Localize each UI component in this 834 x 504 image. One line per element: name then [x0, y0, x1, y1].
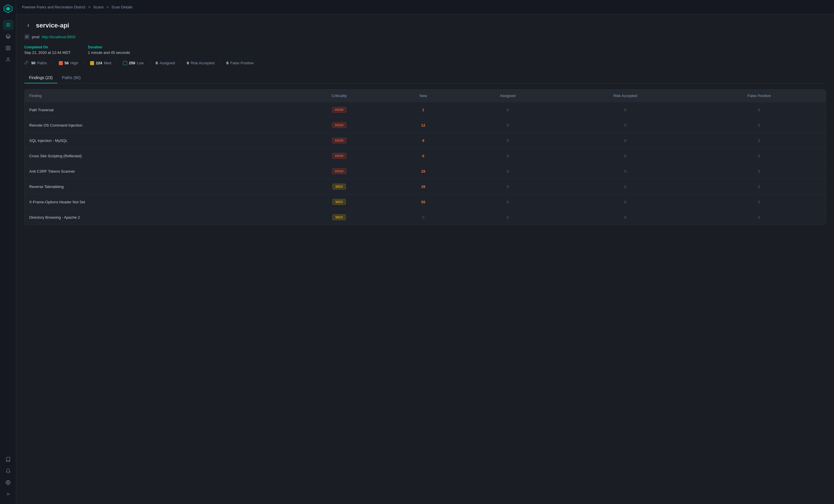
- finding-new: 28: [389, 163, 458, 179]
- risk-count: 0: [187, 61, 189, 65]
- med-count: 124: [96, 61, 102, 65]
- stat-sep-5: [181, 61, 181, 65]
- stat-sep-6: [220, 61, 221, 65]
- finding-criticality: HIGH: [289, 133, 389, 148]
- table-row[interactable]: Anti CSRF Tokens Scanner HIGH 28 0 0 0: [25, 163, 826, 179]
- finding-criticality: HIGH: [289, 102, 389, 117]
- back-button[interactable]: [24, 21, 32, 29]
- finding-fp: 0: [693, 148, 826, 163]
- table-header-row: Finding Criticality New Assigned Risk Ac…: [25, 89, 826, 102]
- finding-new: 12: [389, 117, 458, 133]
- breadcrumb-sep2: >: [107, 5, 109, 9]
- stat-high: 56 High: [59, 61, 78, 65]
- finding-risk: 0: [558, 194, 693, 210]
- env-label: prod: [32, 35, 39, 39]
- finding-new: 9: [389, 133, 458, 148]
- table-row[interactable]: Remote OS Command Injection HIGH 12 0 0 …: [25, 117, 826, 133]
- sidebar-item-users[interactable]: [3, 54, 13, 65]
- finding-new: 56: [389, 194, 458, 210]
- finding-criticality: HIGH: [289, 163, 389, 179]
- finding-fp: 0: [693, 133, 826, 148]
- table-body: Path Traversal HIGH 1 0 0 0 Remote OS Co…: [25, 102, 826, 225]
- finding-assigned: 0: [458, 117, 558, 133]
- tab-findings[interactable]: Findings (23): [24, 72, 57, 83]
- stat-med: 124 Med: [90, 61, 111, 65]
- sidebar-item-globe[interactable]: [3, 477, 13, 488]
- finding-fp: 0: [693, 179, 826, 194]
- meta-grid: Completed On Sep 21, 2020 at 12:44 MDT D…: [24, 45, 826, 55]
- stat-assigned: 0 Assigned: [156, 61, 175, 65]
- breadcrumb: Pawnee Parks and Recreation District > S…: [22, 5, 133, 9]
- risk-label: Risk Accepted: [191, 61, 214, 65]
- finding-name: Reverse Tabnabbing: [25, 179, 289, 194]
- col-new: New: [389, 89, 458, 102]
- low-label: Low: [137, 61, 144, 65]
- breadcrumb-detail: Scan Details: [111, 5, 133, 9]
- completed-value: Sep 21, 2020 at 12:44 MDT: [24, 50, 71, 55]
- finding-assigned: 0: [458, 163, 558, 179]
- breadcrumb-org: Pawnee Parks and Recreation District: [22, 5, 85, 9]
- finding-name: Anti CSRF Tokens Scanner: [25, 163, 289, 179]
- finding-risk: 0: [558, 102, 693, 117]
- table-row[interactable]: Cross Site Scripting (Reflected) HIGH 6 …: [25, 148, 826, 163]
- table-row[interactable]: X-Frame-Options Header Not Set MED 56 0 …: [25, 194, 826, 210]
- sidebar-item-notifications[interactable]: [3, 466, 13, 476]
- col-assigned: Assigned: [458, 89, 558, 102]
- stat-sep-4: [150, 61, 150, 65]
- meta-duration: Duration 1 minute and 45 seconds: [88, 45, 130, 55]
- finding-risk: 0: [558, 163, 693, 179]
- finding-risk: 0: [558, 133, 693, 148]
- finding-criticality: MED: [289, 194, 389, 210]
- paths-count: 90: [31, 61, 35, 65]
- finding-fp: 0: [693, 210, 826, 225]
- table-row[interactable]: Directory Browsing - Apache 2 MED 0 0 0 …: [25, 210, 826, 225]
- meta-completed: Completed On Sep 21, 2020 at 12:44 MDT: [24, 45, 71, 55]
- finding-name: Path Traversal: [25, 102, 289, 117]
- svg-rect-7: [8, 49, 10, 50]
- sidebar-item-dashboard[interactable]: [3, 43, 13, 53]
- breadcrumb-scans[interactable]: Scans: [93, 5, 104, 9]
- svg-point-8: [7, 58, 9, 59]
- svg-rect-4: [6, 46, 7, 47]
- table-row[interactable]: Path Traversal HIGH 1 0 0 0: [25, 102, 826, 117]
- assigned-label: Assigned: [159, 61, 175, 65]
- table-row[interactable]: SQL Injection - MySQL HIGH 9 0 0 0: [25, 133, 826, 148]
- finding-criticality: HIGH: [289, 117, 389, 133]
- col-fp: False Positive: [693, 89, 826, 102]
- app-logo: [3, 3, 13, 14]
- duration-value: 1 minute and 45 seconds: [88, 50, 130, 55]
- duration-label: Duration: [88, 45, 130, 49]
- env-icon: [24, 34, 29, 39]
- findings-table: Finding Criticality New Assigned Risk Ac…: [24, 89, 826, 225]
- finding-fp: 0: [693, 117, 826, 133]
- tab-paths[interactable]: Paths (90): [57, 72, 85, 83]
- finding-criticality: HIGH: [289, 148, 389, 163]
- low-dot: [123, 61, 127, 65]
- topbar: Pawnee Parks and Recreation District > S…: [16, 0, 834, 15]
- finding-name: Remote OS Command Injection: [25, 117, 289, 133]
- col-risk: Risk Accepted: [558, 89, 693, 102]
- finding-criticality: MED: [289, 179, 389, 194]
- finding-assigned: 0: [458, 133, 558, 148]
- finding-risk: 0: [558, 210, 693, 225]
- low-count: 259: [129, 61, 135, 65]
- sidebar-item-docs[interactable]: [3, 454, 13, 465]
- col-criticality: Criticality: [289, 89, 389, 102]
- high-count: 56: [65, 61, 69, 65]
- assigned-count: 0: [156, 61, 158, 65]
- svg-rect-11: [26, 36, 28, 38]
- stat-paths: 90 Paths: [24, 61, 47, 65]
- table-row[interactable]: Reverse Tabnabbing MED 39 0 0 0: [25, 179, 826, 194]
- finding-risk: 0: [558, 117, 693, 133]
- finding-name: Cross Site Scripting (Reflected): [25, 148, 289, 163]
- finding-name: X-Frame-Options Header Not Set: [25, 194, 289, 210]
- env-url[interactable]: http://localhost:9000: [42, 35, 75, 39]
- sidebar-expand-button[interactable]: [3, 489, 13, 499]
- finding-new: 0: [389, 210, 458, 225]
- breadcrumb-sep1: >: [88, 5, 91, 9]
- sidebar-item-layers[interactable]: [3, 31, 13, 42]
- sidebar-item-menu[interactable]: [3, 20, 13, 30]
- tabs: Findings (23) Paths (90): [24, 72, 826, 83]
- col-finding: Finding: [25, 89, 289, 102]
- fp-count: 0: [226, 61, 228, 65]
